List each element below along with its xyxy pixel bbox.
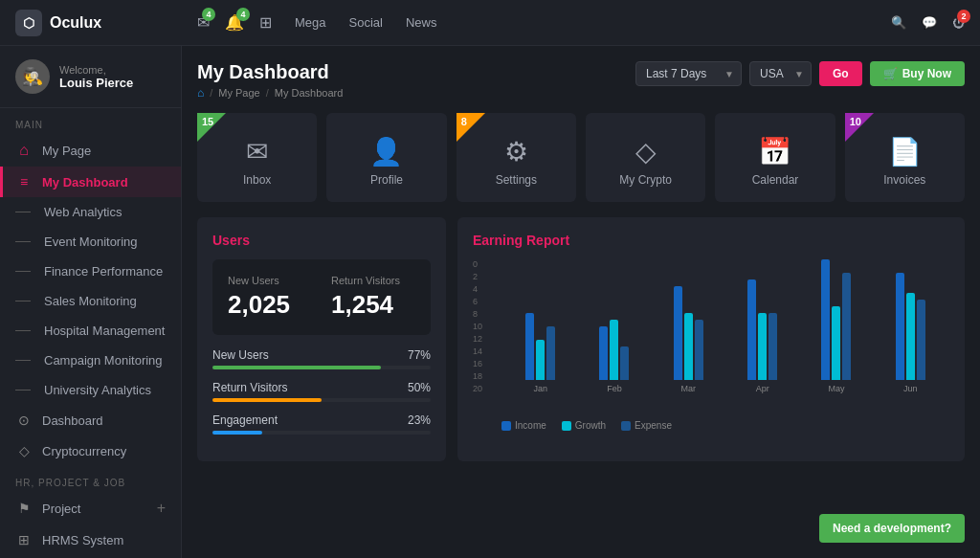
- y-label-10: 10: [473, 322, 482, 331]
- bar-expense: [842, 273, 851, 380]
- bottom-row: Users New Users 2,025 Return Visitors 1,…: [197, 217, 965, 461]
- dash-line: [15, 301, 31, 301]
- settings-badge-number: 8: [461, 116, 467, 127]
- y-label-14: 14: [473, 346, 482, 356]
- widget-settings[interactable]: 8 ⚙ Settings: [457, 113, 576, 202]
- sidebar-label-mypage: My Page: [42, 144, 91, 158]
- chart-bars-container: JanFebMarAprMayJun: [501, 259, 949, 393]
- return-visitors-progress-pct: 50%: [408, 381, 431, 394]
- bar-income: [599, 326, 608, 380]
- welcome-text: Welcome,: [59, 64, 133, 76]
- y-axis: 20 18 16 14 12 10 8 6 4 2 0: [473, 259, 482, 393]
- users-panel: Users New Users 2,025 Return Visitors 1,…: [197, 217, 446, 461]
- settings-widget-icon: ⚙: [504, 136, 528, 167]
- y-label-4: 4: [473, 284, 482, 294]
- power-nav-icon[interactable]: 2 ⏻: [952, 15, 965, 30]
- bar-growth: [684, 313, 693, 380]
- bell-badge: 4: [236, 8, 250, 21]
- sidebar-item-mydashboard[interactable]: ≡ My Dashboard: [0, 167, 181, 197]
- sidebar-label-hrms: HRMS System: [42, 533, 123, 547]
- widget-inbox[interactable]: 15 ✉ Inbox: [197, 113, 317, 202]
- sidebar-item-project[interactable]: ⚑ Project +: [0, 492, 181, 525]
- home-icon: ⌂: [15, 142, 33, 159]
- settings-widget-label: Settings: [496, 173, 537, 187]
- sidebar-label-salesmonitoring: Sales Monitoring: [44, 294, 137, 308]
- dash-line: [15, 390, 31, 391]
- invoices-badge-wrap: 10: [845, 113, 880, 147]
- widget-profile[interactable]: 👤 Profile: [326, 113, 446, 202]
- sidebar: 🕵 Welcome, Louis Pierce Main ⌂ My Page ≡…: [0, 46, 182, 558]
- new-users-value: 2,025: [228, 290, 312, 320]
- widget-invoices[interactable]: 10 📄 Invoices: [845, 113, 965, 202]
- chart-legend: Income Growth Expense: [473, 420, 949, 431]
- widget-mycrypto[interactable]: ◇ My Crypto: [586, 113, 705, 202]
- sidebar-item-campaignmonitoring[interactable]: Campaign Monitoring: [0, 346, 181, 375]
- sidebar-item-dashboard[interactable]: ⊙ Dashboard: [0, 405, 181, 435]
- earning-panel: Earning Report 20 18 16 14 12 10 8 6: [457, 217, 965, 461]
- bar-expense: [546, 326, 555, 380]
- sidebar-item-financeperformance[interactable]: Finance Performance: [0, 257, 181, 286]
- sidebar-item-mypage[interactable]: ⌂ My Page: [0, 134, 181, 167]
- go-button[interactable]: Go: [819, 61, 862, 86]
- bar-expense: [917, 300, 925, 380]
- engagement-progress: Engagement 23%: [212, 413, 431, 435]
- profile-widget-label: Profile: [370, 173, 403, 187]
- x-label: Mar: [681, 384, 697, 393]
- new-users-progress-pct: 77%: [408, 348, 431, 362]
- engagement-progress-label: Engagement: [212, 413, 278, 427]
- mycrypto-widget-label: My Crypto: [619, 173, 672, 187]
- bar-income: [747, 279, 756, 380]
- days-filter-wrap: Last 7 Days Last 30 Days ▼: [635, 61, 742, 86]
- bar-growth: [536, 340, 545, 380]
- sidebar-item-eventmonitoring[interactable]: Event Monitoring: [0, 227, 181, 257]
- username[interactable]: Louis Pierce: [59, 76, 133, 90]
- days-filter-select[interactable]: Last 7 Days Last 30 Days: [635, 61, 742, 86]
- bell-nav-icon[interactable]: 4 🔔: [225, 13, 244, 32]
- cart-icon: 🛒: [883, 67, 898, 80]
- sidebar-label-webanalytics: Web Analytics: [44, 205, 122, 219]
- inbox-badge-number: 15: [202, 116, 213, 127]
- sidebar-item-salesmonitoring[interactable]: Sales Monitoring: [0, 286, 181, 316]
- chat-nav-icon[interactable]: 💬: [922, 15, 937, 30]
- inbox-nav-icon[interactable]: 4 ✉: [197, 13, 210, 32]
- new-users-label: New Users: [228, 275, 312, 286]
- sidebar-item-hospitalmanagement[interactable]: Hospital Management: [0, 316, 181, 346]
- engagement-bar: [212, 431, 262, 435]
- breadcrumb-sep1: /: [210, 87, 212, 99]
- nav-link-news[interactable]: News: [406, 15, 437, 30]
- nav-link-social[interactable]: Social: [349, 15, 383, 30]
- engagement-progress-pct: 23%: [408, 413, 431, 427]
- growth-legend-dot: [562, 421, 571, 431]
- region-filter-select[interactable]: USA EU: [749, 61, 812, 86]
- chat-icon: 💬: [922, 15, 937, 30]
- new-users-stat: New Users 2,025: [228, 275, 312, 320]
- inbox-widget-icon: ✉: [246, 136, 268, 167]
- return-visitors-value: 1,254: [331, 290, 415, 320]
- y-label-6: 6: [473, 297, 482, 306]
- sidebar-item-webanalytics[interactable]: Web Analytics: [0, 197, 181, 227]
- bar-expense: [695, 320, 703, 380]
- income-legend-label: Income: [515, 420, 546, 431]
- user-info: Welcome, Louis Pierce: [59, 64, 133, 90]
- grid-nav-icon[interactable]: ⊞: [259, 13, 272, 32]
- sidebar-item-universityanalytics[interactable]: University Analytics: [0, 375, 181, 405]
- logo-icon: ⬡: [15, 10, 42, 36]
- users-stats: New Users 2,025 Return Visitors 1,254: [212, 259, 431, 335]
- sidebar-label-hospitalmanagement: Hospital Management: [44, 324, 165, 338]
- legend-income: Income: [501, 420, 546, 431]
- widget-calendar[interactable]: 📅 Calendar: [715, 113, 835, 202]
- dev-button[interactable]: Need a development?: [819, 514, 965, 543]
- avatar: 🕵: [15, 59, 50, 94]
- sidebar-label-dashboard: Dashboard: [42, 413, 103, 428]
- sidebar-item-cryptocurrency[interactable]: ◇ Cryptocurrency: [0, 435, 181, 466]
- bar-growth: [832, 306, 840, 380]
- chart-area: 20 18 16 14 12 10 8 6 4 2 0: [473, 259, 949, 413]
- crypto-widget-icon: ◇: [635, 136, 657, 167]
- sidebar-item-hrms[interactable]: ⊞ HRMS System: [0, 525, 181, 555]
- y-label-12: 12: [473, 334, 482, 344]
- nav-link-mega[interactable]: Mega: [295, 15, 326, 30]
- return-visitors-bar-bg: [212, 398, 431, 402]
- page-title-wrap: My Dashboard ⌂ / My Page / My Dashboard: [197, 61, 343, 100]
- buy-now-button[interactable]: 🛒 Buy Now: [870, 61, 965, 86]
- search-nav-icon[interactable]: 🔍: [891, 15, 906, 30]
